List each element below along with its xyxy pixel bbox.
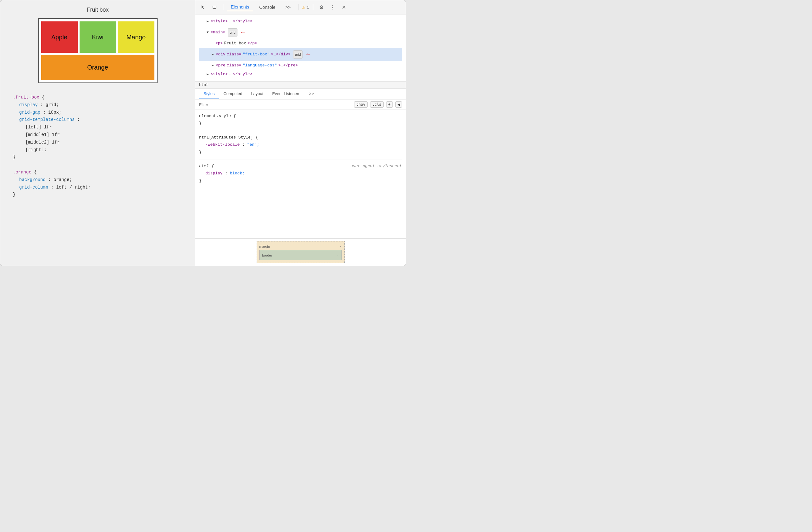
red-arrow-div: ← xyxy=(306,48,310,61)
code-line: .orange { xyxy=(13,169,183,176)
code-line: .fruit-box { xyxy=(13,94,183,101)
dom-node-fruit-box[interactable]: ▶ <div class= "fruit-box" >…</div> grid … xyxy=(199,48,402,61)
hov-button[interactable]: :hov xyxy=(354,101,368,108)
code-line: } xyxy=(13,154,183,161)
styles-tabs: Styles Computed Layout Event Listeners >… xyxy=(195,89,406,99)
box-icon[interactable] xyxy=(211,3,219,12)
code-line: background : orange; xyxy=(19,176,183,184)
code-line: [right]; xyxy=(26,146,183,154)
styles-content: element.style { } html[Attributes Style]… xyxy=(195,110,406,238)
collapse-arrow[interactable]: ▼ xyxy=(207,29,209,36)
toolbar-divider3 xyxy=(313,4,313,10)
warning-badge: ⚠ 1 xyxy=(302,4,309,10)
dom-node-p[interactable]: <p> Fruit box </p> xyxy=(199,39,402,48)
element-style-rule: element.style { } xyxy=(199,112,402,127)
rule-selector: html { user agent stylesheet xyxy=(199,163,402,170)
box-model-section: margin - border - xyxy=(195,238,406,266)
code-line: [left] 1fr xyxy=(26,124,183,131)
fruit-apple: Apple xyxy=(41,22,78,53)
cls-button[interactable]: .cls xyxy=(370,101,384,108)
rule-selector: html[Attributes Style] { xyxy=(199,134,402,141)
box-model-border-row: border - xyxy=(262,253,339,257)
code-line: display : grid; xyxy=(19,101,183,109)
code-line: [middle2] 1fr xyxy=(26,139,183,146)
svg-rect-0 xyxy=(213,6,216,9)
rule-close: } xyxy=(199,120,402,127)
tab-styles[interactable]: Styles xyxy=(199,89,219,99)
expand-arrow3[interactable]: ▶ xyxy=(212,62,214,69)
breadcrumb: html xyxy=(195,82,406,89)
tab-computed[interactable]: Computed xyxy=(219,89,247,99)
box-model-border-box: border - xyxy=(259,250,342,260)
dom-node-main[interactable]: ▼ <main> grid ← xyxy=(199,26,402,39)
close-icon[interactable]: ✕ xyxy=(340,3,348,12)
filter-input[interactable] xyxy=(199,102,352,107)
grid-badge-div: grid xyxy=(293,51,303,58)
code-line: [middle1] 1fr xyxy=(26,131,183,139)
rule-close: } xyxy=(199,149,402,156)
fruit-orange: Orange xyxy=(41,55,155,80)
grid-badge-main: grid xyxy=(228,28,237,37)
code-line: grid-template-columns : xyxy=(19,116,183,124)
warning-icon: ⚠ xyxy=(302,4,305,10)
box-model-outer: margin - border - xyxy=(257,241,345,263)
toolbar-divider2 xyxy=(298,4,299,10)
tab-console[interactable]: Console xyxy=(255,3,279,11)
expand-arrow[interactable]: ▶ xyxy=(207,18,209,25)
code-line: } xyxy=(13,191,183,199)
add-rule-button[interactable]: + xyxy=(386,101,393,108)
tab-elements[interactable]: Elements xyxy=(227,3,253,11)
toggle-sidebar-button[interactable]: ◀ xyxy=(395,101,402,108)
settings-icon[interactable]: ⚙ xyxy=(317,3,326,12)
tab-more[interactable]: >> xyxy=(282,3,294,11)
html-attributes-rule: html[Attributes Style] { -webkit-locale … xyxy=(199,134,402,156)
dom-node-style1[interactable]: ▶ <style> … </style> xyxy=(199,17,402,26)
expand-arrow4[interactable]: ▶ xyxy=(207,71,209,78)
left-panel: Fruit box Apple Kiwi Mango Orange .fruit… xyxy=(0,0,195,266)
tab-layout[interactable]: Layout xyxy=(247,89,267,99)
svg-rect-1 xyxy=(214,9,215,9)
code-line: grid-column : left / right; xyxy=(19,184,183,192)
more-icon[interactable]: ⋮ xyxy=(328,3,337,12)
rule-property: display : block; xyxy=(205,170,402,177)
code-block: .fruit-box { display : grid; grid-gap : … xyxy=(6,91,189,202)
red-arrow-main: ← xyxy=(241,26,245,39)
html-user-agent-rule: html { user agent stylesheet display : b… xyxy=(199,163,402,184)
expand-arrow2[interactable]: ▶ xyxy=(212,51,214,58)
fruit-mango: Mango xyxy=(118,22,155,53)
page-title: Fruit box xyxy=(86,6,108,13)
filter-bar: :hov .cls + ◀ xyxy=(195,99,406,110)
cursor-icon[interactable] xyxy=(199,3,208,12)
devtools-toolbar: Elements Console >> ⚠ 1 ⚙ ⋮ ✕ xyxy=(195,0,406,14)
dom-tree: ▶ <style> … </style> ▼ <main> grid ← <p>… xyxy=(195,14,406,82)
dom-node-pre[interactable]: ▶ <pre class= "language-css" >…</pre> xyxy=(199,61,402,70)
fruit-box-grid: Apple Kiwi Mango Orange xyxy=(38,18,158,83)
box-model-margin-row: margin - xyxy=(259,244,342,249)
rule-property: -webkit-locale : "en"; xyxy=(205,141,402,148)
rule-selector: element.style { xyxy=(199,112,402,120)
devtools-panel: Elements Console >> ⚠ 1 ⚙ ⋮ ✕ ▶ <style> … xyxy=(195,0,406,266)
tab-event-listeners[interactable]: Event Listeners xyxy=(267,89,305,99)
fruit-kiwi: Kiwi xyxy=(79,22,116,53)
code-line: grid-gap : 10px; xyxy=(19,109,183,116)
dom-node-style2[interactable]: ▶ <style> … </style> xyxy=(199,70,402,79)
tab-more-panels[interactable]: >> xyxy=(305,89,318,99)
rule-close: } xyxy=(199,177,402,184)
